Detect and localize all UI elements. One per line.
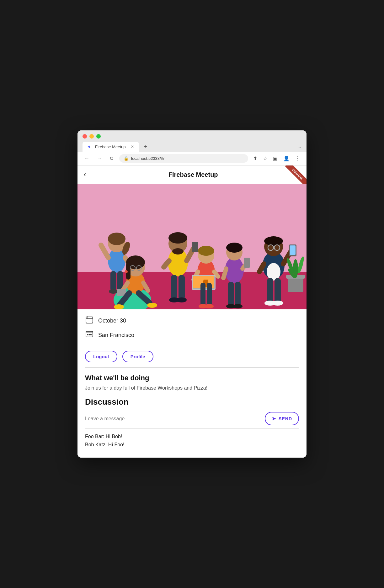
svg-point-63 bbox=[264, 236, 283, 246]
message-input[interactable] bbox=[85, 416, 261, 422]
svg-rect-46 bbox=[200, 283, 205, 306]
svg-point-36 bbox=[177, 297, 187, 302]
location-icon bbox=[85, 330, 94, 340]
event-details: October 30 San Francisco bbox=[77, 309, 307, 351]
description-body: Join us for a day full of Firebase Works… bbox=[85, 385, 299, 391]
bookmark-button[interactable]: ☆ bbox=[262, 154, 269, 163]
chat-message-1: Foo Bar: Hi Bob! bbox=[85, 434, 299, 439]
app-header: ‹ Firebase Meetup DEBUG bbox=[77, 165, 307, 184]
logout-button[interactable]: Logout bbox=[85, 351, 117, 362]
svg-point-61 bbox=[267, 263, 280, 281]
new-tab-button[interactable]: + bbox=[141, 144, 150, 150]
svg-line-70 bbox=[259, 264, 264, 272]
svg-rect-71 bbox=[267, 278, 273, 303]
browser-chrome: ◂ Firebase Meetup ✕ + ⌄ bbox=[77, 130, 307, 152]
tab-expand-icon[interactable]: ⌄ bbox=[298, 144, 301, 149]
svg-line-20 bbox=[143, 283, 148, 291]
event-date: October 30 bbox=[98, 318, 126, 324]
send-button[interactable]: ➤ SEND bbox=[265, 412, 299, 425]
svg-point-25 bbox=[147, 303, 157, 308]
svg-rect-81 bbox=[86, 317, 93, 323]
svg-rect-31 bbox=[192, 242, 198, 252]
svg-rect-75 bbox=[288, 276, 303, 292]
svg-rect-90 bbox=[87, 336, 88, 336]
tab-title: Firebase Meetup bbox=[95, 144, 128, 149]
tab-favicon-icon: ◂ bbox=[88, 144, 93, 149]
menu-button[interactable]: ⋮ bbox=[294, 154, 301, 163]
svg-rect-47 bbox=[207, 283, 212, 306]
address-bar[interactable]: 🔒 localhost:52333/#/ bbox=[119, 154, 248, 163]
tab-close-icon[interactable]: ✕ bbox=[131, 144, 134, 149]
location-row: San Francisco bbox=[85, 330, 299, 340]
sidebar-button[interactable]: ▣ bbox=[272, 154, 279, 163]
description-heading: What we'll be doing bbox=[85, 374, 299, 382]
profile-button[interactable]: Profile bbox=[122, 351, 153, 362]
svg-rect-33 bbox=[171, 275, 177, 300]
svg-rect-57 bbox=[235, 282, 241, 306]
svg-rect-89 bbox=[90, 334, 92, 335]
svg-line-4 bbox=[101, 245, 108, 258]
app-back-button[interactable]: ‹ bbox=[84, 171, 86, 179]
svg-line-53 bbox=[223, 269, 226, 278]
svg-rect-87 bbox=[87, 334, 88, 335]
svg-point-18 bbox=[125, 270, 128, 273]
app-content: ‹ Firebase Meetup DEBUG bbox=[77, 165, 307, 458]
svg-point-29 bbox=[172, 248, 184, 255]
action-buttons: Logout Profile bbox=[77, 351, 307, 362]
send-label: SEND bbox=[279, 416, 292, 421]
send-icon: ➤ bbox=[272, 416, 276, 422]
svg-point-59 bbox=[233, 304, 243, 308]
svg-point-39 bbox=[198, 246, 214, 256]
discussion-heading: Discussion bbox=[85, 397, 299, 407]
svg-rect-69 bbox=[290, 245, 296, 255]
svg-rect-72 bbox=[275, 278, 281, 303]
svg-rect-55 bbox=[244, 258, 250, 268]
profile-button[interactable]: 👤 bbox=[282, 154, 291, 163]
svg-point-79 bbox=[297, 256, 305, 274]
message-input-row: ➤ SEND bbox=[85, 412, 299, 429]
svg-rect-91 bbox=[89, 336, 90, 336]
forward-nav-button[interactable]: → bbox=[95, 155, 104, 163]
share-button[interactable]: ⬆ bbox=[252, 154, 259, 163]
message-area: ➤ SEND bbox=[77, 412, 307, 429]
back-nav-button[interactable]: ← bbox=[83, 155, 91, 163]
nav-actions: ⬆ ☆ ▣ 👤 ⋮ bbox=[252, 154, 301, 163]
svg-point-49 bbox=[205, 304, 214, 308]
svg-point-52 bbox=[226, 243, 243, 253]
svg-point-28 bbox=[168, 232, 187, 244]
hero-illustration bbox=[77, 184, 307, 309]
app-title: Firebase Meetup bbox=[86, 171, 300, 178]
chat-messages: Foo Bar: Hi Bob! Bob Katz: Hi Foo! bbox=[77, 434, 307, 458]
nav-bar: ← → ↻ 🔒 localhost:52333/#/ ⬆ ☆ ▣ 👤 ⋮ bbox=[77, 152, 307, 165]
svg-rect-88 bbox=[89, 334, 90, 335]
event-location: San Francisco bbox=[98, 332, 134, 339]
svg-rect-34 bbox=[179, 275, 185, 300]
chat-message-2: Bob Katz: Hi Foo! bbox=[85, 442, 299, 448]
tab-bar: ◂ Firebase Meetup ✕ + ⌄ bbox=[83, 142, 301, 152]
svg-rect-6 bbox=[110, 271, 116, 291]
browser-window: ◂ Firebase Meetup ✕ + ⌄ ← → ↻ 🔒 localhos… bbox=[77, 130, 307, 458]
description-section: What we'll be doing Join us for a day fu… bbox=[77, 374, 307, 407]
svg-point-24 bbox=[114, 304, 124, 309]
date-row: October 30 bbox=[85, 316, 299, 326]
security-icon: 🔒 bbox=[124, 156, 129, 161]
divider bbox=[85, 367, 299, 368]
minimize-button[interactable] bbox=[89, 134, 94, 139]
svg-point-74 bbox=[272, 301, 283, 306]
svg-point-2 bbox=[108, 233, 125, 245]
calendar-icon bbox=[85, 316, 94, 326]
traffic-lights bbox=[83, 134, 301, 139]
address-url: localhost:52333/#/ bbox=[131, 156, 244, 161]
svg-rect-56 bbox=[228, 282, 234, 306]
close-button[interactable] bbox=[83, 134, 87, 139]
hero-image bbox=[77, 184, 307, 309]
refresh-nav-button[interactable]: ↻ bbox=[108, 154, 115, 163]
active-tab[interactable]: ◂ Firebase Meetup ✕ bbox=[83, 142, 139, 152]
maximize-button[interactable] bbox=[96, 134, 101, 139]
